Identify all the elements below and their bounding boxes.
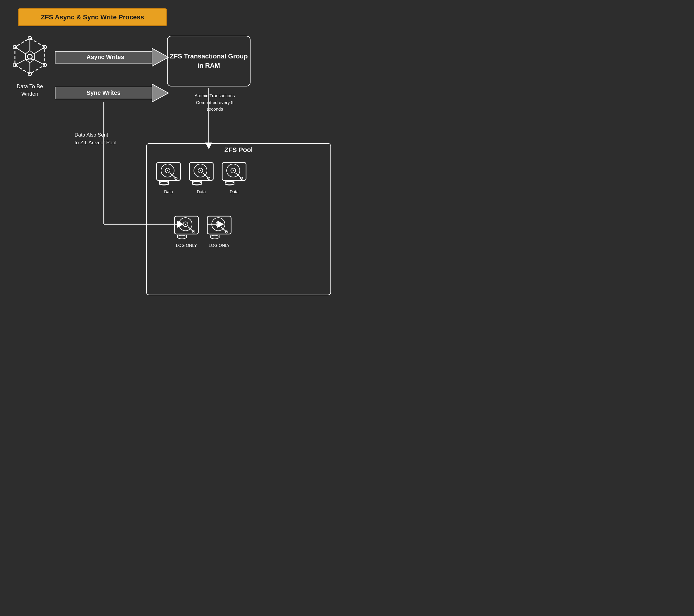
log-drives-row: LOG ONLY LOG ONLY <box>173 215 233 248</box>
also-sent-text: Data Also Sentto ZIL Area of Pool <box>75 132 116 146</box>
drive-log-2: LOG ONLY <box>206 215 233 248</box>
network-icon <box>9 36 51 77</box>
svg-marker-27 <box>152 84 168 102</box>
svg-line-20 <box>25 54 30 54</box>
drive-data-2-icon <box>188 161 215 188</box>
svg-marker-25 <box>152 48 168 66</box>
svg-line-21 <box>30 54 34 54</box>
drive-data-2: Data <box>188 161 215 194</box>
svg-point-41 <box>160 182 168 185</box>
svg-line-18 <box>25 60 30 62</box>
async-arrow-label: Async Writes <box>87 54 124 60</box>
drive-log-1-icon <box>173 215 200 242</box>
drive-data-1-label: Data <box>164 189 173 194</box>
also-sent-label: Data Also Sentto ZIL Area of Pool <box>75 131 116 146</box>
svg-marker-26 <box>55 87 167 99</box>
atomic-label-text: Atomic Transactions Committed every 5 se… <box>195 93 235 112</box>
drive-log-1-label: LOG ONLY <box>176 243 197 248</box>
svg-line-15 <box>30 51 34 54</box>
data-drives-row: Data Data Data <box>155 161 248 194</box>
svg-point-62 <box>185 224 186 225</box>
atomic-label: Atomic Transactions Committed every 5 se… <box>191 92 239 113</box>
svg-point-49 <box>193 182 201 185</box>
zfs-ram-label: ZFS Transactional Group in RAM <box>168 52 250 70</box>
svg-point-70 <box>218 224 219 225</box>
svg-point-38 <box>167 170 168 171</box>
drive-log-1: LOG ONLY <box>173 215 200 248</box>
zfs-pool-title: ZFS Pool <box>167 146 310 154</box>
title-text: ZFS Async & Sync Write Process <box>41 14 144 21</box>
drive-log-2-icon <box>206 215 233 242</box>
zfs-ram-box: ZFS Transactional Group in RAM <box>167 36 251 87</box>
svg-marker-24 <box>55 51 167 63</box>
svg-point-54 <box>233 170 234 171</box>
drive-data-1: Data <box>155 161 182 194</box>
drive-data-3: Data <box>221 161 248 194</box>
svg-line-19 <box>30 60 34 62</box>
drive-data-1-icon <box>155 161 182 188</box>
drive-data-2-label: Data <box>197 189 206 194</box>
title-banner: ZFS Async & Sync Write Process <box>18 8 167 26</box>
data-label: Data To BeWritten <box>6 83 54 98</box>
drive-data-3-icon <box>221 161 248 188</box>
sync-arrow-label: Sync Writes <box>87 90 121 96</box>
drive-data-3-label: Data <box>230 189 239 194</box>
svg-point-7 <box>28 54 32 59</box>
svg-line-22 <box>25 59 30 60</box>
svg-line-14 <box>25 51 30 54</box>
svg-point-57 <box>225 182 234 185</box>
svg-point-46 <box>200 170 201 171</box>
drive-log-2-label: LOG ONLY <box>209 243 230 248</box>
svg-point-73 <box>210 235 219 239</box>
data-label-text: Data To BeWritten <box>17 83 43 97</box>
svg-line-23 <box>30 59 34 60</box>
svg-point-65 <box>178 235 186 239</box>
